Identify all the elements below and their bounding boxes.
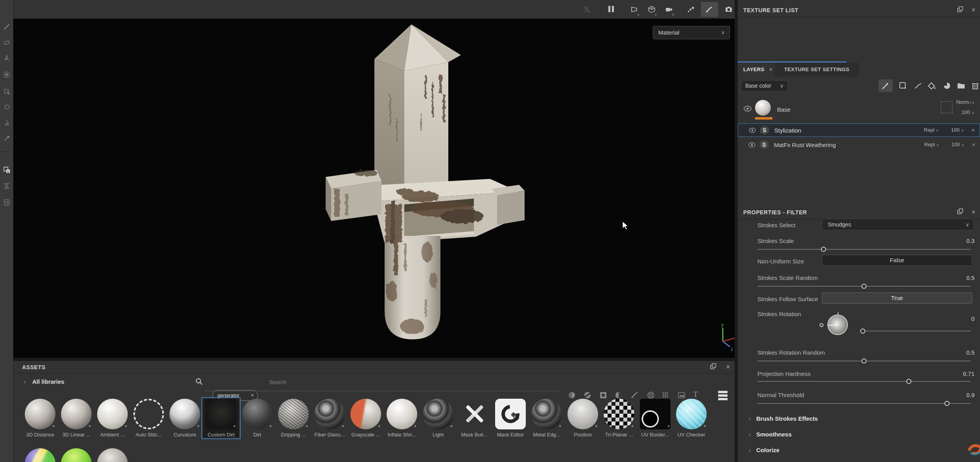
asset-tile[interactable]: Inflate Shri... <box>384 399 420 438</box>
asset-tile[interactable]: UV Checker <box>673 399 709 438</box>
chevron-down-icon[interactable]: ∨ <box>654 13 657 17</box>
asset-tile[interactable]: Mask Editor <box>492 399 529 438</box>
chevron-down-icon[interactable]: ∨ <box>672 13 674 17</box>
asset-thumbnail[interactable] <box>278 399 309 429</box>
asset-thumbnail[interactable] <box>314 399 345 429</box>
tab-layers[interactable]: LAYERS × <box>738 63 774 77</box>
asset-tile[interactable]: Metal Edg... <box>529 399 565 438</box>
section-colorize[interactable]: ›Colorize <box>749 447 779 453</box>
layer-opacity-dropdown[interactable]: 100 ∨ <box>962 109 974 115</box>
search-placeholder[interactable]: Search <box>269 379 286 385</box>
delete-layer-icon[interactable] <box>971 81 980 90</box>
asset-thumbnail[interactable] <box>169 399 200 429</box>
asset-thumbnail[interactable] <box>531 399 562 429</box>
asset-tile[interactable]: Grayscale ... <box>348 399 384 438</box>
asset-thumbnail[interactable] <box>206 399 236 429</box>
asset-thumbnail[interactable] <box>640 399 671 429</box>
slider-knob[interactable] <box>862 359 867 364</box>
projection-tool-icon[interactable] <box>3 54 11 62</box>
asset-tile[interactable]: Tri-Planar ... <box>601 399 637 438</box>
chevron-expand-icon[interactable]: › <box>24 378 26 385</box>
normal-threshold-slider[interactable] <box>757 403 971 404</box>
close-panel-icon[interactable]: × <box>726 364 730 370</box>
layer-row-stylization[interactable]: S Stylization Repl ∨ 100 ∨ × <box>738 123 980 137</box>
strokes-follow-surface-toggle[interactable]: True <box>822 293 972 304</box>
paint-brush-icon[interactable] <box>704 5 713 14</box>
chevron-down-icon[interactable]: ∨ <box>637 13 640 17</box>
asset-thumbnail[interactable] <box>604 399 634 429</box>
lazy-mouse-icon[interactable] <box>687 5 695 14</box>
3d-viewport[interactable]: Material ∨ y x z <box>13 19 735 358</box>
clone-tool-icon[interactable] <box>3 103 11 111</box>
rotation-dial[interactable] <box>827 315 848 335</box>
asset-thumbnail[interactable] <box>387 399 417 429</box>
asset-thumbnail[interactable] <box>459 399 490 429</box>
filter-hardware-icon[interactable] <box>661 391 670 399</box>
maximize-panel-icon[interactable] <box>710 365 715 369</box>
slider-knob[interactable] <box>945 401 950 406</box>
asset-tile[interactable]: Light <box>420 399 456 438</box>
layer-opacity-dropdown[interactable]: 100 ∨ <box>951 127 964 133</box>
asset-thumbnail[interactable] <box>495 399 526 429</box>
strokes-scale-random-slider[interactable] <box>757 286 971 287</box>
filter-smart-masks-icon[interactable] <box>599 391 608 399</box>
filter-textures-icon[interactable] <box>677 391 686 399</box>
filter-brushes-icon[interactable] <box>630 391 639 399</box>
asset-thumbnail[interactable] <box>423 399 453 429</box>
asset-thumbnail[interactable] <box>567 399 598 429</box>
polygon-fill-tool-icon[interactable] <box>3 71 11 79</box>
add-generator-icon[interactable] <box>942 81 952 90</box>
asset-tile[interactable] <box>22 448 58 462</box>
asset-tile[interactable]: Dripping ... <box>275 399 311 438</box>
shading-mode-dropdown[interactable]: Material ∨ <box>653 26 730 39</box>
asset-tile[interactable]: 3D Linear ... <box>58 399 94 438</box>
add-smart-material-icon[interactable] <box>898 81 908 90</box>
remove-layer-icon[interactable]: × <box>971 127 975 133</box>
close-tab-icon[interactable]: × <box>769 66 772 72</box>
add-fill-layer-icon[interactable] <box>927 81 937 90</box>
asset-tile[interactable]: Mask Buil... <box>456 399 492 438</box>
strokes-select-dropdown[interactable]: Smudges ∨ <box>822 219 974 230</box>
asset-tile[interactable]: Ambient ... <box>94 399 131 438</box>
quick-material-icon[interactable]: 1 <box>3 166 11 174</box>
eye-icon[interactable] <box>743 105 752 112</box>
blend-mode-dropdown[interactable]: Repl ∨ <box>924 142 939 147</box>
asset-thumbnail[interactable] <box>25 399 55 429</box>
slider-knob[interactable] <box>906 379 911 384</box>
asset-tile[interactable]: UV Border... <box>637 399 673 438</box>
tab-texture-set-settings[interactable]: TEXTURE SET SETTINGS <box>775 63 859 77</box>
asset-tile[interactable] <box>58 448 94 462</box>
maximize-panel-icon[interactable] <box>957 210 962 214</box>
add-folder-icon[interactable] <box>956 81 966 90</box>
asset-tile[interactable]: 3D Distance <box>22 399 58 438</box>
asset-tile[interactable]: Position <box>565 399 601 438</box>
add-paint-layer-icon[interactable] <box>913 81 923 90</box>
symmetry-off-icon[interactable] <box>582 5 591 14</box>
asset-thumbnail[interactable] <box>97 399 128 429</box>
asset-thumbnail[interactable] <box>97 448 128 462</box>
3d-model[interactable] <box>307 19 535 354</box>
section-smoothness[interactable]: ›Smoothness <box>749 431 792 438</box>
layer-thumbnail[interactable] <box>755 100 771 116</box>
export-resource-icon[interactable] <box>3 199 11 206</box>
filter-procedurals-icon[interactable] <box>647 391 655 399</box>
material-picker-tool-icon[interactable] <box>3 134 11 142</box>
close-panel-icon[interactable]: × <box>971 7 976 13</box>
asset-thumbnail[interactable] <box>242 399 273 429</box>
asset-tile[interactable]: Curvature <box>167 399 203 438</box>
asset-tile[interactable]: Custom Dirt <box>203 399 239 438</box>
asset-thumbnail[interactable] <box>350 399 381 429</box>
eye-icon[interactable] <box>748 142 756 148</box>
smudge-tool-icon[interactable] <box>3 87 11 95</box>
layer-row-matfx[interactable]: S MatFx Rust Weathering Repl ∨ 100 ∨ × <box>738 138 980 152</box>
eraser-tool-icon[interactable] <box>3 39 11 46</box>
strokes-scale-slider[interactable] <box>757 249 971 250</box>
layer-row-base[interactable]: Base Norm∨∨ 100 ∨ <box>738 98 980 121</box>
asset-thumbnail[interactable] <box>61 448 92 462</box>
filter-fonts-icon[interactable]: T <box>693 389 702 398</box>
asset-tile[interactable]: Auto Stitc... <box>131 399 167 438</box>
close-panel-icon[interactable]: × <box>971 209 976 215</box>
slider-knob[interactable] <box>862 284 867 289</box>
asset-tile[interactable]: Fiber Glass... <box>311 399 348 438</box>
non-uniform-size-toggle[interactable]: False <box>822 255 972 266</box>
